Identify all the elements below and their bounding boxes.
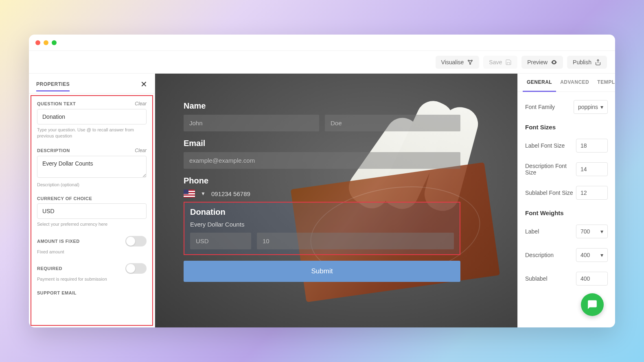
svg-point-1 <box>471 60 473 61</box>
name-label: Name <box>184 101 460 111</box>
question-text-help: Type your question. Use @ to recall answ… <box>37 127 147 140</box>
properties-title: PROPERTIES <box>36 81 70 92</box>
minimize-dot[interactable] <box>44 40 48 45</box>
chevron-down-icon: ▾ <box>600 252 603 258</box>
svg-point-2 <box>470 63 471 64</box>
chat-icon <box>587 299 598 310</box>
properties-panel: PROPERTIES ✕ QUESTION TEXT Clear Type yo… <box>29 74 155 327</box>
label-font-size-label: Label Font Size <box>525 142 565 149</box>
publish-label: Publish <box>573 59 591 65</box>
weight-label-label: Label <box>525 228 539 235</box>
question-text-prop: QUESTION TEXT Clear Type your question. … <box>37 101 147 140</box>
chevron-down-icon: ▾ <box>600 104 603 110</box>
donation-section: Donation Every Dollar Counts <box>184 202 460 255</box>
font-family-label: Font Family <box>525 104 555 110</box>
save-icon <box>505 59 512 65</box>
visualise-label: Visualise <box>441 59 464 65</box>
question-text-label: QUESTION TEXT <box>37 101 76 106</box>
font-family-select[interactable]: poppins▾ <box>574 100 608 114</box>
flag-icon[interactable] <box>184 190 195 198</box>
properties-body: QUESTION TEXT Clear Type your question. … <box>31 95 153 326</box>
sub-font-size-label: Sublabel Font Size <box>525 190 573 196</box>
style-panel: GENERAL ADVANCED TEMPL Font Family poppi… <box>517 74 615 327</box>
question-text-clear[interactable]: Clear <box>135 101 147 107</box>
sub-font-size-input[interactable]: 12 <box>576 186 608 200</box>
support-email-label: SUPPORT EMAIL <box>37 290 147 295</box>
chevron-down-icon: ▾ <box>600 228 603 235</box>
titlebar <box>29 35 615 51</box>
form-preview: Name Email Phone ▼ 091234 56789 Donation… <box>184 94 460 282</box>
donation-desc: Every Dollar Counts <box>190 221 454 228</box>
chat-fab[interactable] <box>581 293 604 316</box>
first-name-input[interactable] <box>184 115 319 131</box>
donation-label: Donation <box>190 207 454 217</box>
description-help: Description (optional) <box>37 182 147 188</box>
last-name-input[interactable] <box>325 115 460 131</box>
save-label: Save <box>489 59 502 65</box>
description-clear[interactable]: Clear <box>135 148 147 153</box>
description-label: DESCRIPTION <box>37 148 70 153</box>
required-help: Payment is required for submission <box>37 276 147 282</box>
desc-font-size-input[interactable]: 14 <box>576 162 608 176</box>
eye-icon <box>551 59 557 65</box>
weight-desc-label: Description <box>525 252 554 258</box>
tab-template[interactable]: TEMPL <box>593 74 615 92</box>
tab-general[interactable]: GENERAL <box>523 74 556 92</box>
currency-label: CURRENCY OF CHOICE <box>37 196 147 201</box>
donation-amount-input[interactable] <box>257 233 454 249</box>
maximize-dot[interactable] <box>52 40 57 45</box>
visualise-button[interactable]: Visualise <box>436 56 480 69</box>
phone-row: ▼ 091234 56789 <box>184 190 460 198</box>
tab-advanced[interactable]: ADVANCED <box>556 74 593 92</box>
email-input[interactable] <box>184 152 460 169</box>
svg-point-0 <box>468 60 469 61</box>
traffic-lights <box>35 40 57 45</box>
app-window: Visualise Save Preview Publish PROPERTIE… <box>29 35 615 327</box>
required-toggle[interactable] <box>125 263 147 274</box>
question-text-input[interactable] <box>37 109 147 124</box>
preview-button[interactable]: Preview <box>521 56 563 69</box>
close-icon[interactable]: ✕ <box>140 79 147 89</box>
properties-header: PROPERTIES ✕ <box>29 74 155 94</box>
weight-sub-label: Sublabel <box>525 275 548 282</box>
submit-button[interactable]: Submit <box>184 261 460 282</box>
close-dot[interactable] <box>35 40 40 45</box>
main-area: PROPERTIES ✕ QUESTION TEXT Clear Type yo… <box>29 74 615 327</box>
style-body: Font Family poppins▾ Font Sizes Label Fo… <box>518 92 615 303</box>
preview-label: Preview <box>527 59 548 65</box>
form-canvas: Name Email Phone ▼ 091234 56789 Donation… <box>155 74 517 327</box>
font-weights-title: Font Weights <box>525 209 608 216</box>
amount-fixed-prop: AMOUNT IS FIXED Fixed amount <box>37 236 147 255</box>
required-prop: REQUIRED Payment is required for submiss… <box>37 263 147 282</box>
font-sizes-title: Font Sizes <box>525 124 608 131</box>
description-input[interactable] <box>37 156 147 178</box>
currency-prop: CURRENCY OF CHOICE Select your preferred… <box>37 196 147 227</box>
share-icon <box>467 59 473 65</box>
required-label: REQUIRED <box>37 266 62 271</box>
amount-fixed-help: Fixed amount <box>37 249 147 255</box>
phone-value: 091234 56789 <box>211 190 250 197</box>
amount-fixed-label: AMOUNT IS FIXED <box>37 239 80 244</box>
chevron-down-icon[interactable]: ▼ <box>201 191 206 196</box>
currency-help: Select your preferred currency here <box>37 221 147 227</box>
toolbar: Visualise Save Preview Publish <box>29 51 615 74</box>
support-email-prop: SUPPORT EMAIL <box>37 290 147 295</box>
phone-label: Phone <box>184 176 460 185</box>
style-tabs: GENERAL ADVANCED TEMPL <box>518 74 615 92</box>
donation-currency-input[interactable] <box>190 233 251 249</box>
email-label: Email <box>184 139 460 148</box>
export-icon <box>595 59 601 65</box>
save-button[interactable]: Save <box>483 56 517 69</box>
currency-input[interactable] <box>37 203 147 219</box>
label-font-size-input[interactable]: 18 <box>576 139 608 153</box>
weight-desc-select[interactable]: 400▾ <box>576 248 608 262</box>
publish-button[interactable]: Publish <box>567 56 607 69</box>
amount-fixed-toggle[interactable] <box>125 236 147 246</box>
weight-sub-select[interactable]: 400 <box>576 272 608 286</box>
desc-font-size-label: Description Font Size <box>525 163 576 176</box>
description-prop: DESCRIPTION Clear Description (optional) <box>37 148 147 188</box>
weight-label-select[interactable]: 700▾ <box>576 225 608 238</box>
